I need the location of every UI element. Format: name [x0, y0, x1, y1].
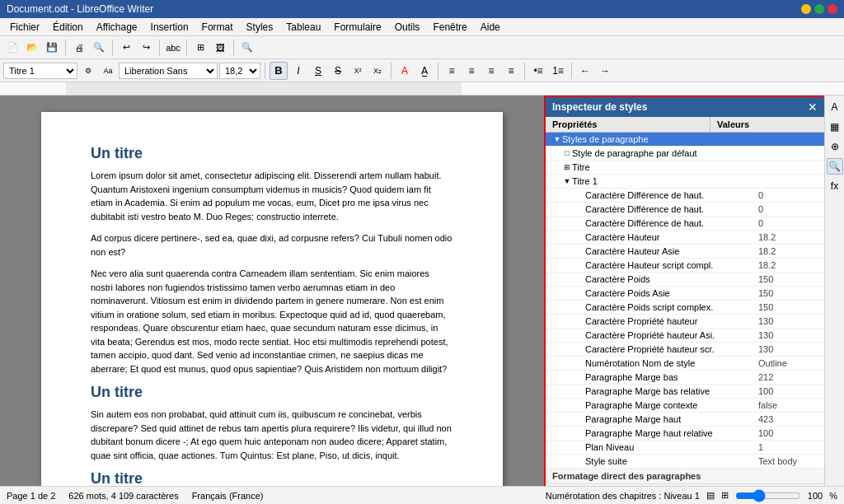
separator5: [233, 40, 234, 56]
highlight-button[interactable]: A̲: [415, 62, 434, 80]
menu-formulaire[interactable]: Formulaire: [327, 20, 387, 35]
tree-item-prop[interactable]: Paragraphe Marge bas relative 100: [546, 385, 824, 399]
tree-item-titre[interactable]: ⊞ Titre: [546, 161, 824, 175]
tree-item-prop[interactable]: Caractère Propriété hauteur Asi. 130: [546, 329, 824, 343]
doc-page: Un titre Lorem ipsum dolor sit amet, con…: [41, 112, 503, 486]
tree-item-prop[interactable]: Caractère Propriété hauteur 130: [546, 315, 824, 329]
language: Français (France): [192, 491, 264, 501]
tree-properties: Caractère Différence de haut. 0 Caractèr…: [546, 189, 824, 469]
tree-item-prop[interactable]: Caractère Poids 150: [546, 273, 824, 287]
size-combo[interactable]: 18,2 pt: [219, 63, 260, 79]
redo-button[interactable]: ↪: [137, 39, 155, 57]
tree-item-prop[interactable]: Caractère Propriété hauteur scr. 130: [546, 343, 824, 357]
style-aa-btn[interactable]: Aa: [99, 62, 117, 80]
align-left-button[interactable]: ≡: [443, 62, 461, 80]
undo-button[interactable]: ↩: [117, 39, 135, 57]
superscript-button[interactable]: X²: [349, 62, 367, 80]
italic-button[interactable]: I: [289, 62, 307, 80]
preview-button[interactable]: 🔍: [90, 39, 108, 57]
tree-label: Caractère Propriété hauteur Asi.: [585, 330, 755, 340]
tree-value: 423: [755, 414, 821, 424]
list-numbered-button[interactable]: 1≡: [549, 62, 567, 80]
bold-button[interactable]: B: [270, 62, 288, 80]
minimize-button[interactable]: [801, 4, 811, 14]
menu-fichier[interactable]: Fichier: [3, 20, 46, 35]
sidebar-inspector-icon[interactable]: 🔍: [827, 158, 843, 175]
menu-edition[interactable]: Édition: [46, 20, 90, 35]
print-button[interactable]: 🖨: [70, 39, 88, 57]
view-web-icon[interactable]: ⊞: [721, 490, 729, 501]
tree-value: 18.2: [755, 246, 821, 256]
section-formatage-para: Formatage direct des paragraphes: [546, 469, 824, 484]
tree-item-prop[interactable]: Caractère Différence de haut. 0: [546, 189, 824, 203]
menu-tableau[interactable]: Tableau: [279, 20, 327, 35]
sidebar-gallery-icon[interactable]: ▦: [827, 119, 843, 135]
tree-item-titre1[interactable]: ▼ Titre 1: [546, 175, 824, 189]
tree-item-prop[interactable]: Paragraphe Marge bas 212: [546, 371, 824, 385]
tree-item-default[interactable]: □ Style de paragraphe par défaut: [546, 147, 824, 161]
tree-label: Caractère Hauteur script compl.: [585, 260, 755, 270]
tree-item-prop[interactable]: Numérotation Nom de style Outline: [546, 357, 824, 371]
tree-item-prop[interactable]: Caractère Hauteur script compl. 18.2: [546, 259, 824, 273]
align-right-button[interactable]: ≡: [482, 62, 500, 80]
underline-button[interactable]: S: [309, 62, 327, 80]
font-color-button[interactable]: A: [396, 62, 414, 80]
zoom-slider[interactable]: [735, 489, 801, 502]
menu-fenetre[interactable]: Fenêtre: [426, 20, 473, 35]
format-toolbar: Titre 1 ⚙ Aa Liberation Sans 18,2 pt B I…: [0, 59, 844, 82]
tree-item-prop[interactable]: Caractère Poids script complex. 150: [546, 301, 824, 315]
new-button[interactable]: 📄: [3, 39, 21, 57]
sidebar-styles-icon[interactable]: A: [827, 99, 843, 115]
sidebar-functions-icon[interactable]: fx: [827, 178, 843, 194]
tree-item-prop[interactable]: Caractère Poids Asie 150: [546, 287, 824, 301]
doc-area[interactable]: Un titre Lorem ipsum dolor sit amet, con…: [0, 96, 544, 486]
tree-item-prop[interactable]: Caractère Différence de haut. 0: [546, 203, 824, 217]
tree-label: Caractère Poids Asie: [585, 288, 755, 298]
menu-insertion[interactable]: Insertion: [144, 20, 195, 35]
inspector-body[interactable]: ▼ Styles de paragraphe □ Style de paragr…: [546, 133, 824, 486]
menu-affichage[interactable]: Affichage: [90, 20, 144, 35]
tree-item-prop[interactable]: Caractère Différence de haut. 0: [546, 217, 824, 231]
tree-item-prop[interactable]: Paragraphe Marge haut relative 100: [546, 427, 824, 441]
maximize-button[interactable]: [814, 4, 824, 14]
spellcheck-button[interactable]: abc: [164, 39, 182, 57]
tree-value: 150: [755, 274, 821, 284]
find-button[interactable]: 🔍: [238, 39, 256, 57]
table-insert-button[interactable]: ⊞: [191, 39, 209, 57]
style-combo[interactable]: Titre 1: [3, 63, 77, 79]
view-normal-icon[interactable]: ▤: [706, 490, 715, 501]
tree-label: Caractère Poids script complex.: [585, 302, 755, 312]
align-center-button[interactable]: ≡: [462, 62, 481, 80]
font-combo[interactable]: Liberation Sans: [119, 63, 218, 79]
tree-item-styles-paragraphe[interactable]: ▼ Styles de paragraphe: [546, 133, 824, 147]
sidebar-navigator-icon[interactable]: ⊕: [827, 138, 843, 155]
close-button[interactable]: [828, 4, 837, 14]
menu-format[interactable]: Format: [195, 20, 240, 35]
sep-format5: [571, 63, 572, 79]
menu-aide[interactable]: Aide: [474, 20, 507, 35]
indent-more-button[interactable]: →: [596, 62, 614, 80]
menu-styles[interactable]: Styles: [240, 20, 280, 35]
menu-outils[interactable]: Outils: [388, 20, 427, 35]
tree-item-prop[interactable]: Paragraphe Marge haut 423: [546, 413, 824, 427]
open-button[interactable]: 📂: [23, 39, 41, 57]
tree-value: 212: [755, 372, 821, 382]
tree-item-prop[interactable]: Style suite Text body: [546, 455, 824, 469]
subscript-button[interactable]: X₂: [368, 62, 387, 80]
tree-item-prop[interactable]: Paragraphe Marge contexte false: [546, 399, 824, 413]
inspector-close-button[interactable]: ✕: [808, 101, 818, 113]
justify-button[interactable]: ≡: [502, 62, 520, 80]
inspector-column-headers: Propriétés Valeurs: [546, 117, 824, 133]
tree-item-prop[interactable]: Caractère Hauteur Asie 18.2: [546, 245, 824, 259]
image-insert-button[interactable]: 🖼: [211, 39, 229, 57]
save-button[interactable]: 💾: [43, 39, 61, 57]
tree-label: Caractère Hauteur Asie: [585, 246, 755, 256]
tree-value: 18.2: [755, 260, 821, 270]
indent-less-button[interactable]: ←: [576, 62, 594, 80]
list-bullet-button[interactable]: •≡: [529, 62, 547, 80]
tree-item-prop[interactable]: Plan Niveau 1: [546, 441, 824, 455]
inspector-title: Inspecteur de styles: [552, 101, 647, 113]
strikethrough-button[interactable]: S: [329, 62, 347, 80]
tree-item-prop[interactable]: Caractère Hauteur 18.2: [546, 231, 824, 245]
style-settings-btn[interactable]: ⚙: [79, 62, 97, 80]
